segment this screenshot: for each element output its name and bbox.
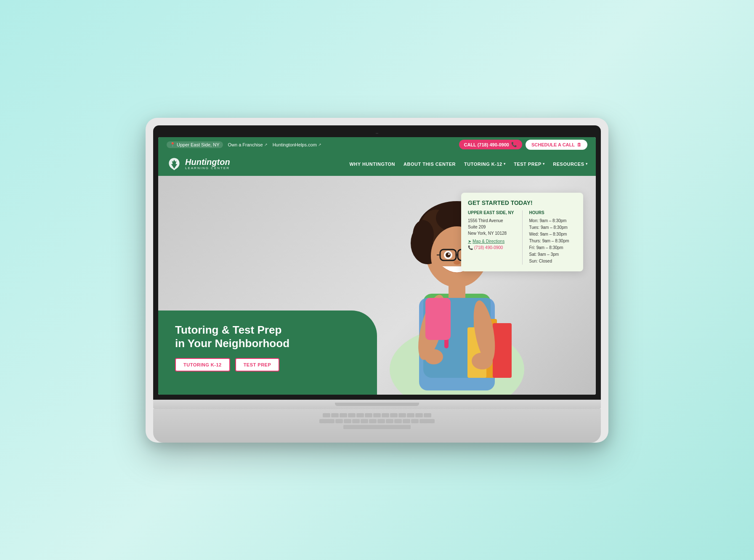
- map-directions-link[interactable]: ➤ Map & Directions: [468, 239, 515, 244]
- helps-link[interactable]: HuntingtonHelps.com ↗: [273, 142, 321, 147]
- key: [386, 419, 393, 423]
- location-pin-icon: 📍: [170, 142, 175, 147]
- keyboard-row-2: [170, 419, 584, 423]
- info-address: 1556 Third Avenue Suite 209 New York, NY…: [468, 218, 515, 236]
- location-badge[interactable]: 📍 Upper East Side, NY: [167, 141, 223, 148]
- key: [377, 419, 385, 423]
- key: [365, 413, 372, 417]
- calendar-icon: 🗓: [577, 142, 581, 147]
- key: [424, 413, 431, 417]
- hours-title: HOURS: [529, 210, 577, 215]
- chevron-down-icon: ▾: [504, 162, 506, 166]
- svg-point-35: [472, 353, 493, 369]
- navigation-icon: ➤: [468, 239, 471, 244]
- svg-point-26: [448, 253, 450, 255]
- test-prep-button[interactable]: TEST PREP: [235, 358, 280, 372]
- hero-overlay: Tutoring & Test Prep in Your Neighborhoo…: [158, 311, 377, 395]
- info-location-name: UPPER EAST SIDE, NY: [468, 210, 515, 215]
- info-divider: [522, 210, 523, 265]
- nav-test-prep[interactable]: TEST PREP ▾: [514, 162, 544, 167]
- key: [411, 419, 419, 423]
- tutoring-k12-button[interactable]: TUTORING K-12: [175, 358, 230, 372]
- hours-sat: Sat: 9am – 3pm: [529, 251, 577, 258]
- key: [382, 413, 389, 417]
- info-card-columns: UPPER EAST SIDE, NY 1556 Third Avenue Su…: [468, 210, 576, 265]
- key: [331, 413, 339, 417]
- key: [415, 413, 423, 417]
- key: [323, 413, 330, 417]
- laptop-keyboard: [153, 409, 601, 443]
- phone-link[interactable]: 📞 (718) 490-0900: [468, 245, 515, 250]
- logo-icon: [167, 157, 182, 172]
- call-button[interactable]: CALL (718) 490-0900 📞: [459, 140, 522, 149]
- svg-rect-31: [493, 323, 512, 378]
- laptop-hinge: [335, 403, 419, 406]
- nav-tutoring[interactable]: TUTORING K-12 ▾: [464, 162, 505, 167]
- key: [394, 419, 402, 423]
- svg-point-36: [425, 349, 443, 364]
- info-col-address: UPPER EAST SIDE, NY 1556 Third Avenue Su…: [468, 210, 515, 265]
- key: [356, 413, 364, 417]
- info-card: GET STARTED TODAY! UPPER EAST SIDE, NY 1…: [461, 193, 583, 271]
- info-col-hours: HOURS Mon: 9am – 8:30pm Tues: 9am – 8:30…: [529, 210, 577, 265]
- key: [369, 419, 377, 423]
- camera-notch: [364, 127, 390, 133]
- key: [344, 419, 351, 423]
- hours-fri: Fri: 9am – 8:30pm: [529, 244, 577, 251]
- franchise-link[interactable]: Own a Franchise ↗: [228, 142, 268, 147]
- hours-thurs: Thurs: 9am – 8:30pm: [529, 238, 577, 244]
- main-nav: Huntington LEARNING CENTER WHY HUNTINGTO…: [158, 152, 596, 176]
- chevron-down-icon-2: ▾: [543, 162, 545, 166]
- screen-bezel: 📍 Upper East Side, NY Own a Franchise ↗ …: [153, 125, 601, 400]
- hero-section: Tutoring & Test Prep in Your Neighborhoo…: [158, 176, 596, 395]
- keyboard-row-3: [170, 425, 584, 429]
- nav-links: WHY HUNTINGTON ABOUT THIS CENTER TUTORIN…: [349, 162, 587, 167]
- phone-icon: 📞: [511, 142, 517, 147]
- key: [361, 419, 368, 423]
- info-card-title: GET STARTED TODAY!: [468, 199, 576, 206]
- svg-rect-37: [425, 298, 451, 340]
- hours-sun: Sun: Closed: [529, 258, 577, 265]
- phone-small-icon: 📞: [468, 245, 473, 250]
- schedule-call-button[interactable]: SCHEDULE A CALL 🗓: [526, 140, 587, 150]
- key: [403, 419, 410, 423]
- hero-headline: Tutoring & Test Prep in Your Neighborhoo…: [175, 323, 360, 350]
- key: [348, 413, 356, 417]
- location-text: Upper East Side, NY: [177, 142, 220, 147]
- laptop-base: [153, 400, 601, 409]
- key: [398, 413, 406, 417]
- spacebar-key: [343, 425, 411, 429]
- logo-area[interactable]: Huntington LEARNING CENTER: [167, 157, 230, 172]
- chevron-down-icon-3: ▾: [586, 162, 588, 166]
- hero-buttons: TUTORING K-12 TEST PREP: [175, 358, 360, 372]
- key: [373, 413, 381, 417]
- key: [419, 419, 435, 423]
- key: [340, 413, 347, 417]
- svg-point-28: [454, 260, 460, 265]
- key: [335, 419, 343, 423]
- nav-resources[interactable]: RESOURCES ▾: [553, 162, 587, 167]
- topbar-left: 📍 Upper East Side, NY Own a Franchise ↗ …: [167, 141, 321, 148]
- hours-wed: Wed: 9am – 8:30pm: [529, 231, 577, 238]
- hours-tues: Tues: 9am – 8:30pm: [529, 224, 577, 231]
- nav-about-center[interactable]: ABOUT THIS CENTER: [404, 162, 456, 167]
- hours-mon: Mon: 9am – 8:30pm: [529, 218, 577, 224]
- external-link-icon-2: ↗: [318, 143, 321, 147]
- laptop-container: 📍 Upper East Side, NY Own a Franchise ↗ …: [146, 118, 608, 443]
- logo-text: Huntington LEARNING CENTER: [185, 158, 230, 170]
- svg-point-11: [413, 220, 434, 249]
- external-link-icon: ↗: [264, 143, 268, 147]
- hours-list: Mon: 9am – 8:30pm Tues: 9am – 8:30pm Wed…: [529, 218, 577, 265]
- key: [407, 413, 414, 417]
- key: [352, 419, 360, 423]
- keyboard-row-1: [170, 413, 584, 417]
- topbar-right: CALL (718) 490-0900 📞 SCHEDULE A CALL 🗓: [459, 140, 587, 150]
- svg-point-24: [446, 252, 451, 257]
- site-topbar: 📍 Upper East Side, NY Own a Franchise ↗ …: [158, 137, 596, 152]
- laptop-screen: 📍 Upper East Side, NY Own a Franchise ↗ …: [158, 137, 596, 395]
- key: [390, 413, 398, 417]
- key: [319, 419, 335, 423]
- nav-why-huntington[interactable]: WHY HUNTINGTON: [349, 162, 395, 167]
